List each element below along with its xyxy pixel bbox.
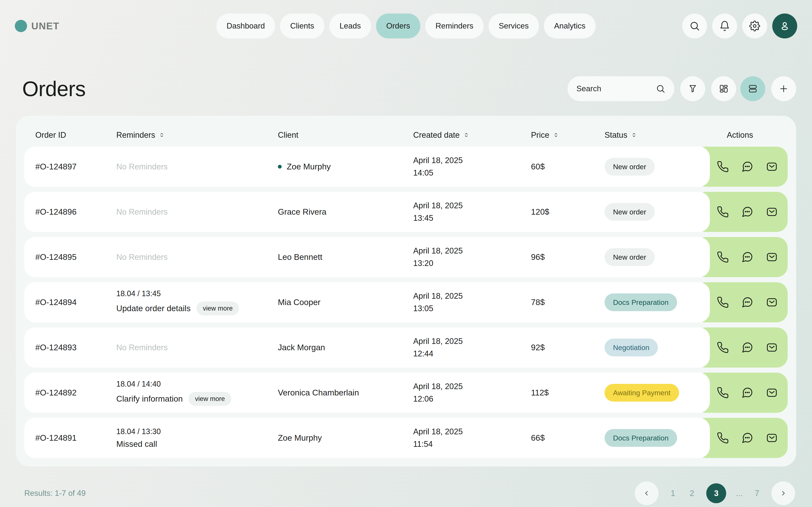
mail-icon[interactable]	[766, 161, 778, 173]
nav-item-orders[interactable]: Orders	[376, 13, 420, 39]
search-input[interactable]	[576, 84, 648, 93]
row-card[interactable]: #O-124893 No Reminders Jack Morgan April…	[24, 327, 710, 368]
table-body: #O-124897 No Reminders Zoe Murphy April …	[24, 147, 788, 458]
sort-icon[interactable]	[553, 132, 559, 138]
online-dot	[278, 165, 282, 169]
row-card[interactable]: #O-124896 No Reminders Grace Rivera Apri…	[24, 192, 710, 232]
chat-icon[interactable]	[741, 251, 753, 263]
chat-icon[interactable]	[741, 296, 753, 308]
sort-icon[interactable]	[159, 132, 165, 138]
status-badge: New order	[605, 248, 655, 266]
page-number-2[interactable]: 2	[687, 489, 697, 498]
row-card[interactable]: #O-124892 18.04 / 14:40 Clarify informat…	[24, 373, 710, 413]
header-order-id: Order ID	[35, 130, 116, 139]
phone-icon[interactable]	[717, 341, 729, 354]
date: April 18, 2025	[413, 426, 531, 438]
client-cell: Leo Bennett	[278, 252, 413, 262]
sort-icon[interactable]	[631, 132, 637, 138]
results-count: Results: 1-7 of 49	[24, 489, 86, 498]
nav-item-analytics[interactable]: Analytics	[544, 13, 596, 39]
client-name: Leo Bennett	[278, 252, 322, 262]
phone-icon[interactable]	[717, 387, 729, 399]
gear-icon	[749, 20, 760, 32]
mail-icon[interactable]	[766, 251, 778, 263]
nav-item-leads[interactable]: Leads	[329, 13, 371, 39]
header-price: Price	[531, 130, 605, 139]
nav-item-clients[interactable]: Clients	[280, 13, 324, 39]
view-more-button[interactable]: view more	[189, 392, 231, 406]
chat-icon[interactable]	[741, 206, 753, 218]
price: 66$	[531, 433, 605, 443]
client-name: Zoe Murphy	[278, 433, 322, 443]
no-reminders-label: No Reminders	[116, 208, 168, 216]
mail-icon[interactable]	[766, 206, 778, 218]
header-created-date: Created date	[413, 130, 531, 139]
user-icon	[779, 20, 791, 32]
grid-view-button[interactable]	[711, 76, 736, 101]
page-number-7[interactable]: 7	[752, 489, 762, 498]
header-client: Client	[278, 130, 413, 139]
mail-icon[interactable]	[766, 432, 778, 444]
grid-view-icon	[719, 84, 728, 94]
row-card[interactable]: #O-124891 18.04 / 13:30 Missed call Zoe …	[24, 418, 710, 458]
client-name: Mia Cooper	[278, 298, 320, 307]
mail-icon[interactable]	[766, 387, 778, 399]
row-card[interactable]: #O-124897 No Reminders Zoe Murphy April …	[24, 147, 710, 187]
table-header: Order ID Reminders Client Created date P…	[24, 123, 788, 147]
top-bar: UNET Dashboard Clients Leads Orders Remi…	[15, 13, 797, 39]
chat-icon[interactable]	[741, 341, 753, 354]
reminder-cell: No Reminders	[116, 208, 278, 217]
created-date-cell: April 18, 202513:20	[413, 245, 531, 270]
table-row: #O-124893 No Reminders Jack Morgan April…	[24, 327, 788, 368]
phone-icon[interactable]	[717, 206, 729, 218]
chevron-right-icon	[779, 490, 787, 497]
date: April 18, 2025	[413, 290, 531, 302]
status-cell: New order	[605, 203, 710, 221]
row-card[interactable]: #O-124894 18.04 / 13:45 Update order det…	[24, 282, 710, 322]
nav-item-services[interactable]: Services	[489, 13, 539, 39]
nav-item-dashboard[interactable]: Dashboard	[216, 13, 275, 39]
price: 60$	[531, 162, 605, 171]
phone-icon[interactable]	[717, 296, 729, 308]
top-icons	[682, 13, 797, 39]
chat-icon[interactable]	[741, 161, 753, 173]
client-name: Zoe Murphy	[287, 162, 331, 171]
chat-icon[interactable]	[741, 432, 753, 444]
page-number-1[interactable]: 1	[668, 489, 677, 498]
created-date-cell: April 18, 202512:06	[413, 380, 531, 405]
profile-button[interactable]	[772, 13, 797, 39]
search-button[interactable]	[682, 13, 707, 39]
status-cell: Negotiation	[605, 339, 710, 356]
phone-icon[interactable]	[717, 161, 729, 173]
row-card[interactable]: #O-124895 No Reminders Leo Bennett April…	[24, 237, 710, 277]
created-date-cell: April 18, 202514:05	[413, 154, 531, 179]
reminder-cell: No Reminders	[116, 343, 278, 352]
filter-button[interactable]	[680, 76, 705, 101]
brand-logo: UNET	[15, 20, 59, 32]
nav-item-reminders[interactable]: Reminders	[425, 13, 484, 39]
order-id: #O-124894	[35, 298, 116, 307]
date: April 18, 2025	[413, 200, 531, 212]
settings-button[interactable]	[742, 13, 767, 39]
page-number-3-active[interactable]: 3	[706, 483, 726, 503]
sort-icon[interactable]	[463, 132, 469, 138]
order-id: #O-124892	[35, 388, 116, 397]
phone-icon[interactable]	[717, 251, 729, 263]
reminder-cell: 18.04 / 13:45 Update order detailsview m…	[116, 289, 278, 316]
prev-page-button[interactable]	[635, 482, 658, 505]
view-more-button[interactable]: view more	[196, 301, 239, 316]
mail-icon[interactable]	[766, 296, 778, 308]
list-view-button[interactable]	[740, 76, 765, 101]
mail-icon[interactable]	[766, 341, 778, 354]
notifications-button[interactable]	[712, 13, 737, 39]
no-reminders-label: No Reminders	[116, 162, 168, 171]
chat-icon[interactable]	[741, 387, 753, 399]
status-cell: New order	[605, 248, 710, 266]
reminder-text: Clarify information	[116, 394, 183, 403]
add-order-button[interactable]	[771, 76, 796, 101]
phone-icon[interactable]	[717, 432, 729, 444]
no-reminders-label: No Reminders	[116, 343, 168, 352]
reminder-cell: No Reminders	[116, 252, 278, 262]
time: 12:06	[413, 393, 531, 405]
next-page-button[interactable]	[771, 482, 795, 505]
